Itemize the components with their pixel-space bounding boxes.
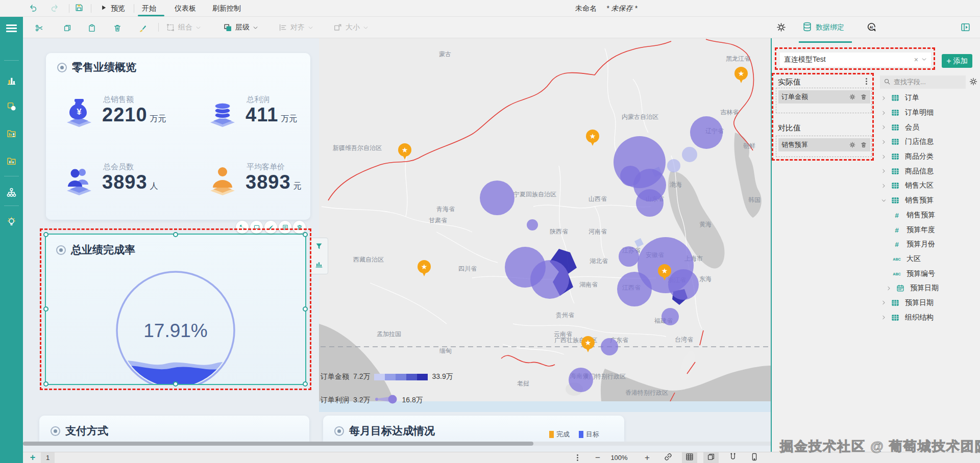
tab-dashboard[interactable]: 仪表板 [175,0,196,17]
scissors-button[interactable] [33,21,46,35]
chevron-right-icon[interactable] [881,139,887,145]
widget-floating-toolbar [236,221,306,234]
sidebar-item-side-org[interactable] [0,181,23,203]
resize-handle[interactable] [173,232,178,237]
ai-assistant-button[interactable]: AI [865,21,878,35]
copy-button[interactable] [61,21,74,35]
sidebar-item-side-folder-chart[interactable] [0,149,23,172]
field-tree-item-订单[interactable]: 订单 [875,91,977,106]
retail-kpi-card[interactable]: 零售业绩概览 ¥总销售额2210万元总利润411万元总会员数3893人平均客单价… [46,53,310,220]
resize-handle[interactable] [43,232,48,237]
field-chip-sales-budget[interactable]: 销售预算 [778,138,870,151]
field-tree-item-订单明细[interactable]: 订单明细 [875,106,977,120]
collapse-panel-button[interactable] [959,21,972,35]
chevron-right-icon[interactable] [881,95,887,101]
zoom-in-button[interactable]: + [642,452,653,463]
chevron-right-icon[interactable] [881,315,887,320]
grid-toggle-button[interactable] [682,452,697,463]
chevron-right-icon[interactable] [881,168,887,174]
sidebar-item-side-bulb[interactable] [0,211,23,233]
filter-icon[interactable] [314,242,324,253]
field-tree-item-销售预算[interactable]: #销售预算 [875,208,977,223]
widget-comment-button[interactable] [250,221,263,234]
chevron-right-icon[interactable] [881,154,887,160]
data-binding-tab[interactable]: 数据绑定 [802,21,844,34]
link-button[interactable] [662,452,674,463]
trash-button[interactable] [111,21,124,35]
field-tree-item-门店信息[interactable]: 门店信息 [875,135,977,149]
field-tree-item-销售预算[interactable]: 销售预算 [875,193,977,208]
chevron-right-icon[interactable] [881,300,887,305]
sidebar-item-side-chart[interactable] [0,69,23,92]
chevron-right-icon[interactable] [881,124,887,130]
paste-button[interactable] [85,21,99,35]
field-tree-item-会员[interactable]: 会员 [875,120,977,135]
field-tree-item-预算月份[interactable]: #预算月份 [875,237,977,252]
resize-handle[interactable] [303,381,308,387]
trash-icon[interactable] [860,141,867,148]
chevron-down-icon[interactable] [921,56,927,64]
payment-method-card[interactable]: 支付方式 [39,416,309,442]
canvas-hscrollbar-thumb[interactable] [23,442,533,446]
field-tree-item-预算编号[interactable]: ABC预算编号 [875,266,977,281]
preview-button[interactable]: 预览 [100,0,125,17]
redo-button[interactable] [50,0,59,17]
hamburger-menu-icon[interactable] [6,24,17,32]
widget-delete-button[interactable] [293,221,306,234]
compare-value-dropzone[interactable]: 销售预算 [776,136,872,157]
actual-value-dropzone[interactable]: 订单金额 [776,88,872,113]
field-tree-item-销售大区[interactable]: 销售大区 [875,178,977,193]
field-tree-item-预算日期[interactable]: 预算日期 [875,296,977,311]
add-page-button[interactable]: + [27,452,38,463]
tab-refresh-control[interactable]: 刷新控制 [212,0,241,17]
widget-expand-button[interactable] [236,221,249,234]
field-chip-order-amount[interactable]: 订单金额 [778,90,870,104]
field-search-input[interactable]: 查找字段... [880,75,966,89]
field-label: 预算编号 [906,269,935,278]
resize-handle[interactable] [43,381,48,387]
more-options-button[interactable] [573,452,581,463]
field-tree-item-大区[interactable]: ABC大区 [875,252,977,267]
layers-toggle-button[interactable] [703,452,719,463]
chevron-down-icon[interactable] [881,198,887,203]
zoom-out-button[interactable]: − [592,452,603,463]
widget-export-button[interactable] [279,221,291,234]
kebab-menu-icon[interactable] [863,77,870,86]
toolbar-group-layers[interactable]: 层级 [223,21,258,34]
field-tree-item-商品信息[interactable]: 商品信息 [875,164,977,178]
chevron-right-icon[interactable] [881,110,887,116]
completion-gauge-widget[interactable]: 总业绩完成率 17.91% [45,234,306,385]
settings-button[interactable] [774,21,788,35]
table-field-icon [891,137,901,146]
monthly-target-card[interactable]: 每月目标达成情况 完成 目标 [323,416,624,442]
gear-icon[interactable] [849,141,856,148]
model-selector[interactable]: 直连模型Test × [780,53,931,67]
china-map-widget[interactable]: 蒙古黑龙江省吉林省辽宁省内蒙古自治区朝鲜渤海韩国黄海新疆维吾尔自治区宁夏回族自治… [319,38,771,412]
widget-share-button[interactable] [264,221,277,234]
chevron-right-icon[interactable] [881,183,887,189]
chart-settings-icon[interactable] [314,260,324,271]
sidebar-item-side-folder-user[interactable] [0,122,23,144]
chevron-right-icon[interactable] [886,286,892,291]
resize-handle[interactable] [173,381,178,387]
field-tree-item-预算年度[interactable]: #预算年度 [875,222,977,237]
resize-handle[interactable] [43,306,48,312]
format-brush-button[interactable] [136,21,150,35]
canvas-hscrollbar-track[interactable] [23,442,771,446]
page-tab-1[interactable]: 1 [41,452,55,463]
save-button[interactable] [75,0,84,17]
resize-handle[interactable] [303,306,308,312]
field-tree-item-预算日期[interactable]: 预算日期 [875,281,977,296]
field-settings-button[interactable] [969,77,978,88]
field-tree-item-商品分类[interactable]: 商品分类 [875,149,977,164]
left-sidebar [0,17,23,463]
mobile-preview-button[interactable] [748,452,761,463]
undo-button[interactable] [29,0,38,17]
add-dataset-button[interactable]: +添加 [942,54,972,68]
field-tree-item-组织结构[interactable]: 组织结构 [875,310,977,325]
gear-icon[interactable] [849,93,856,100]
sidebar-item-side-shapes[interactable] [0,95,23,117]
clear-model-icon[interactable]: × [911,56,921,64]
trash-icon[interactable] [860,93,867,100]
snap-toggle-button[interactable] [726,452,740,463]
